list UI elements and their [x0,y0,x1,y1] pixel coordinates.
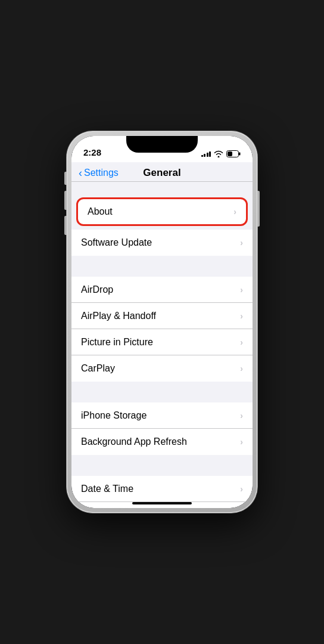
picture-in-picture-row[interactable]: Picture in Picture › [71,329,253,355]
silent-switch[interactable] [64,172,67,185]
airplay-handoff-chevron-icon: › [240,311,243,321]
section-gap-4 [71,455,253,476]
iphone-storage-chevron-icon: › [240,411,243,420]
volume-up-button[interactable] [64,191,67,210]
navigation-bar: ‹ Settings General [71,162,253,182]
section-gap-1 [71,182,253,194]
iphone-storage-label: iPhone Storage [81,410,147,421]
power-button[interactable] [257,191,260,227]
airplay-handoff-row[interactable]: AirPlay & Handoff › [71,303,253,329]
home-indicator[interactable] [132,502,192,504]
volume-down-button[interactable] [64,216,67,235]
about-label: About [88,206,113,217]
software-update-chevron-icon: › [240,238,243,247]
picture-in-picture-right: › [240,338,243,347]
wifi-icon [214,150,223,157]
status-icons [201,150,241,157]
carplay-right: › [240,364,243,373]
page-title: General [143,167,180,179]
battery-icon [226,150,241,157]
ios-screen: 2:28 [71,136,253,508]
airplay-handoff-right: › [240,311,243,321]
about-row[interactable]: About › [76,197,248,226]
section-gap-2 [71,256,253,277]
carplay-chevron-icon: › [240,364,243,373]
section-group-2: AirDrop › AirPlay & Handoff › Picture in… [71,277,253,382]
airdrop-label: AirDrop [81,284,113,295]
picture-in-picture-label: Picture in Picture [81,337,153,348]
iphone-storage-right: › [240,411,243,420]
status-time: 2:28 [83,147,101,157]
settings-content: About › Software Update › Ai [71,182,253,508]
notch [126,136,198,153]
signal-icon [201,151,211,157]
software-update-right: › [240,238,243,247]
about-highlight-container: About › [71,194,253,230]
carplay-row[interactable]: CarPlay › [71,355,253,382]
back-chevron-icon: ‹ [79,168,82,178]
background-app-refresh-right: › [240,437,243,447]
phone-screen: 2:28 [71,136,253,508]
picture-in-picture-chevron-icon: › [240,338,243,347]
background-app-refresh-row[interactable]: Background App Refresh › [71,429,253,455]
back-label: Settings [84,168,119,178]
airdrop-right: › [240,285,243,295]
date-time-chevron-icon: › [240,484,243,494]
airplay-handoff-label: AirPlay & Handoff [81,311,156,321]
software-update-label: Software Update [81,237,152,248]
status-bar: 2:28 [71,136,253,162]
airdrop-row[interactable]: AirDrop › [71,277,253,303]
svg-rect-1 [239,153,241,156]
airdrop-chevron-icon: › [240,285,243,295]
background-app-refresh-label: Background App Refresh [81,436,187,447]
section-gap-3 [71,382,253,402]
date-time-label: Date & Time [81,484,133,494]
about-chevron-icon: › [233,207,236,216]
phone-frame: 2:28 [67,131,257,513]
section-group-3: iPhone Storage › Background App Refresh … [71,402,253,455]
background-app-refresh-chevron-icon: › [240,437,243,447]
date-time-row[interactable]: Date & Time › [71,476,253,502]
date-time-right: › [240,484,243,494]
svg-rect-2 [228,151,232,156]
back-button[interactable]: ‹ Settings [79,168,119,178]
iphone-storage-row[interactable]: iPhone Storage › [71,402,253,429]
carplay-label: CarPlay [81,363,115,374]
section-group-1: About › Software Update › [71,194,253,256]
software-update-row[interactable]: Software Update › [71,230,253,256]
